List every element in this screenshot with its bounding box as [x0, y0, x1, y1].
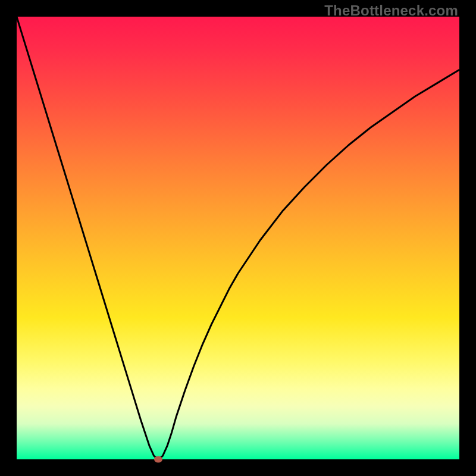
plot-area: [17, 17, 459, 459]
bottleneck-curve: [17, 17, 459, 459]
curve-svg: [17, 17, 459, 459]
chart-frame: TheBottleneck.com: [0, 0, 476, 476]
optimum-marker: [154, 456, 162, 463]
